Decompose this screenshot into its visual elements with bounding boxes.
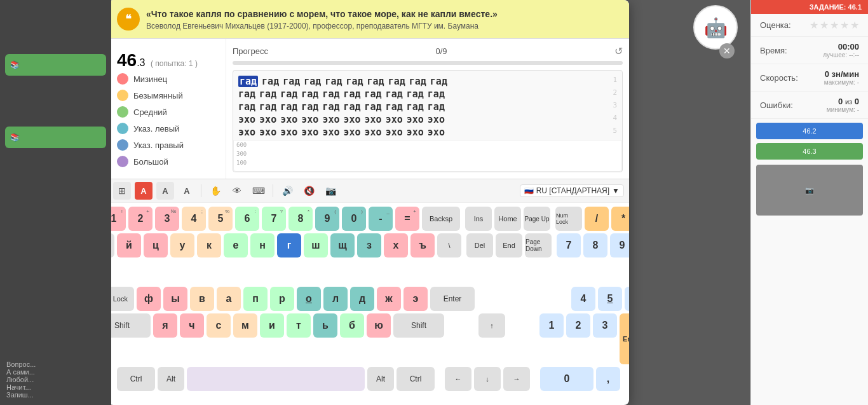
toolbar-text-icon[interactable]: A: [135, 182, 153, 200]
key-shch[interactable]: щ: [330, 233, 355, 257]
key-num0[interactable]: 0: [540, 367, 593, 391]
key-u[interactable]: у: [170, 233, 194, 257]
key-enter[interactable]: Enter: [430, 287, 475, 311]
key-shift-left[interactable]: Shift: [108, 313, 151, 338]
key-hard[interactable]: ъ: [410, 233, 435, 257]
key-arrow-right[interactable]: →: [503, 367, 530, 391]
key-del[interactable]: Del: [466, 233, 493, 257]
text-word: гад: [304, 76, 321, 87]
toolbar-camera-icon[interactable]: 📷: [322, 182, 339, 200]
key-capslock[interactable]: Caps Lock: [108, 287, 134, 311]
key-num4[interactable]: 4: [571, 287, 595, 311]
key-num-enter[interactable]: Enter: [620, 313, 629, 364]
key-b[interactable]: б: [340, 313, 364, 338]
key-arrow-left[interactable]: ←: [445, 367, 471, 391]
key-7[interactable]: ?7: [262, 207, 286, 231]
key-ya[interactable]: я: [153, 313, 177, 338]
key-num6[interactable]: 6: [625, 287, 629, 311]
key-num-dot[interactable]: ,: [596, 367, 620, 391]
close-mascot-button[interactable]: ✕: [719, 43, 735, 58]
key-9[interactable]: (9: [315, 207, 339, 231]
key-l[interactable]: л: [323, 287, 348, 311]
key-ya-j[interactable]: й: [117, 233, 141, 257]
key-d[interactable]: д: [350, 287, 374, 311]
key-equals[interactable]: +=: [395, 207, 419, 231]
key-num8[interactable]: 8: [583, 233, 607, 257]
key-m[interactable]: м: [233, 313, 257, 338]
key-k[interactable]: к: [197, 233, 221, 257]
key-0[interactable]: )0: [342, 207, 366, 231]
typing-area[interactable]: Прогресс 0/9 ↺ гадгадгадгадгадгадгадгадг…: [226, 39, 629, 179]
key-g[interactable]: г: [277, 233, 301, 257]
toolbar-text3-icon[interactable]: A: [178, 182, 196, 200]
key-sh[interactable]: ш: [304, 233, 328, 257]
key-pagedown[interactable]: Page Down: [525, 233, 552, 257]
key-4[interactable]: ;4: [182, 207, 206, 231]
key-num7[interactable]: 7: [557, 233, 581, 257]
toolbar-eye-icon[interactable]: 👁: [228, 182, 246, 200]
key-ins[interactable]: Ins: [465, 207, 492, 231]
key-r[interactable]: р: [270, 287, 294, 311]
key-num5[interactable]: 5: [598, 287, 622, 311]
time-best: лучшее: --:--: [823, 51, 859, 58]
key-p[interactable]: п: [243, 287, 268, 311]
refresh-icon[interactable]: ↺: [614, 45, 623, 57]
key-t[interactable]: т: [287, 313, 311, 338]
key-backslash[interactable]: \: [437, 233, 461, 257]
key-num1[interactable]: 1: [539, 313, 564, 338]
key-yu[interactable]: ю: [367, 313, 391, 338]
key-arrow-down[interactable]: ↓: [474, 367, 501, 391]
lang-select[interactable]: 🇷🇺 RU [СТАНДАРТНАЯ] ▼: [520, 184, 624, 197]
key-arrow-up[interactable]: ↑: [478, 313, 505, 338]
toolbar-grid-icon[interactable]: ⊞: [113, 182, 131, 200]
key-alt-right[interactable]: Alt: [367, 367, 394, 391]
key-shift-right[interactable]: Shift: [393, 313, 444, 338]
toolbar-keyboard-icon[interactable]: ⌨: [250, 182, 268, 200]
key-num3[interactable]: 3: [593, 313, 617, 338]
key-ts[interactable]: ц: [144, 233, 168, 257]
key-num-div[interactable]: /: [585, 207, 609, 231]
key-h[interactable]: х: [384, 233, 408, 257]
key-ctrl-left[interactable]: Ctrl: [117, 367, 155, 391]
key-v[interactable]: в: [190, 287, 214, 311]
key-f[interactable]: ф: [137, 287, 161, 311]
key-end[interactable]: End: [496, 233, 522, 257]
key-e[interactable]: э: [403, 287, 428, 311]
key-2[interactable]: +2: [128, 207, 153, 231]
sidebar-left-btn1[interactable]: 📚: [5, 54, 106, 76]
score-btn1[interactable]: 46.2: [756, 123, 863, 139]
key-6[interactable]: :6: [235, 207, 259, 231]
key-num9[interactable]: 9: [610, 233, 629, 257]
key-s[interactable]: с: [207, 313, 231, 338]
key-o[interactable]: о: [297, 287, 321, 311]
key-home[interactable]: Home: [494, 207, 521, 231]
key-num2[interactable]: 2: [566, 313, 590, 338]
key-z[interactable]: з: [357, 233, 381, 257]
key-pageup[interactable]: Page Up: [524, 207, 550, 231]
legend-item: Безымянный: [117, 90, 217, 101]
key-n[interactable]: н: [250, 233, 275, 257]
toolbar-text2-icon[interactable]: A: [156, 182, 174, 200]
score-btn2[interactable]: 46.3: [756, 143, 863, 160]
key-zh[interactable]: ж: [377, 287, 401, 311]
key-a[interactable]: а: [217, 287, 241, 311]
key-8[interactable]: *8: [288, 207, 313, 231]
sidebar-left-btn2[interactable]: 📚: [5, 127, 106, 148]
key-num-mul[interactable]: *: [611, 207, 629, 231]
key-3[interactable]: №3: [155, 207, 179, 231]
key-ye[interactable]: е: [224, 233, 248, 257]
toolbar-hand-icon[interactable]: ✋: [207, 182, 224, 200]
key-minus[interactable]: _-: [369, 207, 393, 231]
toolbar-mute-icon[interactable]: 🔇: [300, 182, 318, 200]
key-5[interactable]: %5: [208, 207, 233, 231]
key-space[interactable]: [187, 367, 365, 391]
toolbar-sound-icon[interactable]: 🔊: [278, 182, 296, 200]
key-numlock[interactable]: Num Lock: [555, 207, 582, 231]
key-soft[interactable]: ь: [313, 313, 337, 338]
key-alt-left[interactable]: Alt: [158, 367, 184, 391]
key-i[interactable]: и: [260, 313, 284, 338]
key-ch[interactable]: ч: [180, 313, 204, 338]
key-y[interactable]: ы: [163, 287, 187, 311]
key-backspace[interactable]: Backsp: [422, 207, 460, 231]
key-ctrl-right[interactable]: Ctrl: [397, 367, 435, 391]
